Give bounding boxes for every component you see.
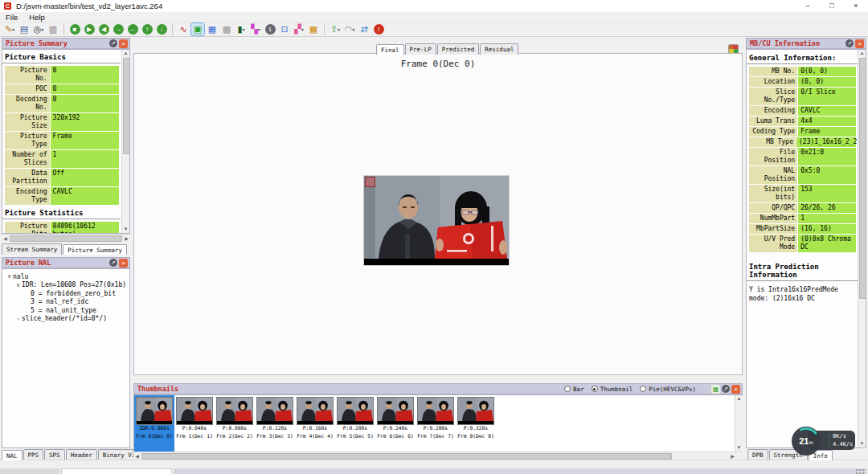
next-frame-icon[interactable]: →: [112, 23, 125, 35]
dropdown-arrow-icon[interactable]: ▾: [301, 27, 304, 32]
tree-item-3[interactable]: 3 = nal_ref_idc: [4, 298, 128, 307]
viewer-tab-residual[interactable]: Residual: [480, 43, 518, 55]
dropdown-arrow-icon[interactable]: ▾: [243, 27, 245, 32]
summary-tab-stream-summary[interactable]: Stream Summary: [2, 243, 62, 255]
thumbnail-item-5[interactable]: P:0.200sFrm 5(Dec 5): [335, 395, 375, 452]
dropdown-arrow-icon[interactable]: ▾: [12, 27, 14, 32]
waveform-icon[interactable]: ∿: [177, 23, 190, 35]
viewer-tab-final[interactable]: Final: [376, 44, 404, 55]
close-icon[interactable]: ×: [119, 259, 128, 268]
chart-icon[interactable]: ◠▾: [343, 23, 356, 35]
dropdown-arrow-icon[interactable]: ▾: [41, 27, 43, 32]
scroll-left-icon[interactable]: ◀: [133, 453, 141, 459]
radio-pie-hevc-vpx[interactable]: Pie(HEVC&VPx): [640, 386, 696, 393]
scroll-down-icon[interactable]: ▼: [122, 226, 129, 233]
grid-dashed-icon[interactable]: ▩: [220, 23, 233, 35]
open-file-icon[interactable]: ✎▾: [3, 23, 16, 35]
thumbnails-header[interactable]: Thumbnails BarThumbnailPie(HEVC&VPx) ▦ ↗…: [133, 383, 743, 394]
thumbnail-item-4[interactable]: P:0.160sFrm 4(Dec 4): [295, 395, 335, 452]
thumbnail-item-3[interactable]: P:0.120sFrm 3(Dec 3): [255, 395, 295, 452]
tree-item-nalu[interactable]: ∨nalu: [4, 272, 128, 281]
nal-tab-pps[interactable]: PPS: [23, 449, 44, 460]
thumbnail-item-1[interactable]: P:0.040sFrm 1(Dec 1): [174, 395, 215, 452]
maximize-button[interactable]: □: [820, 0, 844, 12]
tree-expander-icon[interactable]: ›: [14, 316, 22, 322]
compare-icon[interactable]: ⇄: [358, 23, 371, 35]
tree-expander-icon[interactable]: ∨: [6, 273, 13, 280]
dropdown-arrow-icon[interactable]: ▾: [338, 27, 340, 32]
minimize-button[interactable]: –: [796, 0, 820, 12]
scroll-down-icon[interactable]: ▼: [735, 444, 743, 452]
close-button[interactable]: ×: [844, 0, 868, 12]
filter-icon[interactable]: ⇧▾: [329, 23, 342, 35]
resize-grip[interactable]: [855, 468, 866, 474]
dropdown-arrow-icon[interactable]: ▾: [352, 27, 354, 32]
down-layer-icon[interactable]: ↓: [155, 23, 168, 35]
nal-tab-header[interactable]: Header: [66, 449, 97, 460]
quad-view-icon[interactable]: ▦: [307, 23, 320, 35]
viewer-tab-predicted[interactable]: Predicted: [437, 43, 480, 55]
mbinfo-tab-dpb[interactable]: DPB: [747, 449, 768, 460]
thumbnail-item-0[interactable]: IDR:0.000sFrm 0(Dec 0): [134, 395, 174, 452]
tree-item-5[interactable]: 5 = nal_unit_type: [4, 306, 128, 315]
yuv-plane-icon[interactable]: ▮▾: [235, 23, 248, 35]
thumbnails-hscrollbar[interactable]: ◀ ▶: [133, 452, 743, 460]
up-layer-icon[interactable]: ↑: [141, 23, 154, 35]
play-reverse-icon[interactable]: ◀: [97, 23, 110, 35]
thumbnail-item-2[interactable]: P:0.080sFrm 2(Dec 2): [215, 395, 255, 452]
thumbnail-options-icon[interactable]: ▦: [711, 385, 720, 394]
play-icon[interactable]: ▶: [83, 23, 96, 35]
thumbnails-vscrollbar[interactable]: ▲ ▼: [735, 395, 743, 452]
tree-expander-icon[interactable]: ∨: [14, 282, 22, 288]
radio-bar[interactable]: Bar: [564, 386, 584, 393]
alert-icon[interactable]: !: [372, 23, 385, 35]
close-stream-icon[interactable]: ▥: [47, 23, 59, 35]
picture-summary-hscrollbar[interactable]: ◀ ▶: [2, 234, 130, 242]
float-icon[interactable]: ↗: [845, 39, 854, 47]
mb-info-icon[interactable]: 1: [264, 23, 276, 35]
mb-info-header[interactable]: MB/CU Information ↗ ×: [746, 38, 866, 49]
prev-frame-icon[interactable]: ←: [126, 23, 139, 35]
thumbnail-item-6[interactable]: P:0.240sFrm 6(Dec 6): [375, 395, 416, 452]
menu-help[interactable]: Help: [23, 13, 51, 22]
close-icon[interactable]: ×: [855, 39, 864, 48]
stream-type-icon[interactable]: ◎▾: [32, 23, 45, 35]
summary-tab-picture-summary[interactable]: Picture Summary: [63, 244, 127, 255]
tree-item-slice-header[interactable]: ›slice_header(/*id=0*/): [4, 315, 128, 324]
tree-item-idr[interactable]: ∨IDR: Len=10608 Pos=27(0x1b): [4, 281, 128, 290]
float-icon[interactable]: ↗: [109, 39, 117, 47]
thumbnail-item-7[interactable]: P:0.280sFrm 7(Dec 7): [416, 395, 456, 452]
viewer-canvas[interactable]: Frame 0(Dec 0): [133, 54, 743, 375]
scroll-up-icon[interactable]: ▲: [858, 50, 866, 57]
nal-tab-sps[interactable]: SPS: [44, 449, 65, 460]
close-icon[interactable]: ×: [119, 39, 128, 48]
picture-summary-vscrollbar[interactable]: ▲ ▼: [121, 50, 129, 233]
radio-thumbnail[interactable]: Thumbnail: [592, 386, 633, 393]
dropdown-arrow-icon[interactable]: ▾: [258, 27, 260, 32]
scroll-right-icon[interactable]: ▶: [123, 235, 130, 241]
stop-icon[interactable]: ■: [68, 23, 81, 35]
save-icon[interactable]: ▤: [18, 23, 31, 35]
picture-nal-header[interactable]: Picture NAL ↗ ×: [2, 257, 130, 268]
color-select-icon[interactable]: ▞▾: [293, 23, 305, 35]
float-icon[interactable]: ↗: [109, 259, 117, 267]
scroll-up-icon[interactable]: ▲: [735, 395, 743, 402]
scroll-up-icon[interactable]: ▲: [122, 50, 129, 57]
nal-tab-nal[interactable]: NAL: [2, 450, 23, 460]
net-speed-widget[interactable]: ↑ 0K/s ↓ 4.4K/s 21%: [791, 426, 860, 456]
mb-grid-icon[interactable]: ▦: [206, 23, 219, 35]
scroll-left-icon[interactable]: ◀: [2, 235, 9, 241]
thumbnail-item-8[interactable]: P:0.320sFrm 8(Dec 8): [456, 395, 496, 452]
mb-info-vscrollbar[interactable]: ▲ ▼: [858, 50, 866, 447]
menu-file[interactable]: File: [0, 13, 23, 22]
tree-item-0[interactable]: 0 = forbidden_zero_bit: [4, 289, 128, 298]
float-icon[interactable]: ↗: [722, 385, 730, 393]
picture-summary-header[interactable]: Picture Summary ↗ ×: [2, 38, 130, 49]
scroll-right-icon[interactable]: ▶: [729, 453, 736, 459]
video-frame[interactable]: [364, 176, 509, 265]
mb-boundary-icon[interactable]: ▣: [191, 23, 204, 35]
close-icon[interactable]: ×: [731, 385, 740, 394]
zoom-view-icon[interactable]: ⊡: [278, 23, 291, 35]
viewer-tab-pre-lp[interactable]: Pre-LP: [405, 43, 436, 55]
overlay-color-icon[interactable]: ▚▾: [249, 23, 262, 35]
